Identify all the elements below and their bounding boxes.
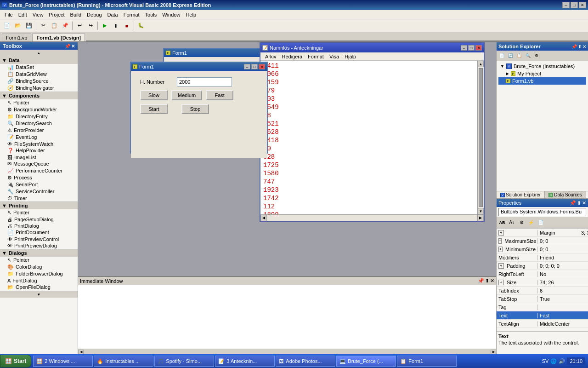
toolbox-item-bindingnavigator[interactable]: 🧭BindingNavigator (0, 85, 78, 92)
tab-solution-explorer[interactable]: V Solution Explorer (497, 191, 545, 198)
toolbox-item-bindingsource[interactable]: 🔗BindingSource (0, 78, 78, 85)
notepad-hscroll-right[interactable]: ▶ (477, 215, 484, 221)
notepad-scroll-thumb[interactable] (479, 68, 483, 207)
props-events[interactable]: ⚡ (526, 218, 536, 227)
toolbar-redo[interactable]: ↪ (85, 21, 96, 31)
toolbox-imagelist[interactable]: 🖼ImageList (0, 154, 78, 161)
toolbox-fontdialog[interactable]: AFontDialog (0, 277, 78, 284)
taskbar-item-5[interactable]: 💻 Brute_Force (... (336, 356, 396, 367)
se-btn-1[interactable]: 📄 (498, 52, 506, 60)
toolbox-printing-header[interactable]: ▼ Printing (0, 202, 78, 209)
notepad-menu-visa[interactable]: Visa (327, 53, 342, 60)
notepad-close[interactable]: ✕ (475, 45, 482, 51)
close-btn[interactable]: ✕ (579, 2, 586, 8)
notepad-scroll-down[interactable]: ▼ (478, 208, 484, 214)
se-close[interactable]: ✕ (582, 44, 586, 49)
props-property-pages[interactable]: 📄 (536, 218, 545, 227)
se-btn-3[interactable]: 📋 (515, 52, 523, 60)
menu-debug[interactable]: Debug (84, 12, 104, 18)
notepad-minimize[interactable]: – (461, 45, 467, 51)
notepad-menu-redigera[interactable]: Redigera (279, 53, 305, 60)
toolbox-errorprovider[interactable]: ⚠ErrorProvider (0, 127, 78, 134)
maximize-btn[interactable]: □ (571, 2, 578, 8)
props-alphabetical[interactable]: A↓ (507, 218, 516, 227)
running-start-btn[interactable]: Start (140, 104, 168, 114)
toolbar-pause[interactable]: ⏸ (111, 21, 121, 31)
running-stop-btn[interactable]: Stop (181, 104, 209, 114)
notepad-menu-format[interactable]: Format (305, 53, 327, 60)
toolbox-filesystemwatch[interactable]: 👁FileSystemWatch (0, 141, 78, 147)
form1-running-close[interactable]: ✕ (259, 64, 265, 69)
taskbar-item-0[interactable]: 🪟 2 Windows ... (33, 356, 93, 367)
toolbox-pointer[interactable]: ↖Pointer (0, 99, 78, 106)
toolbar-paste[interactable]: 📌 (60, 21, 70, 31)
toolbox-pin[interactable]: 📌 (65, 44, 70, 49)
immediate-content[interactable] (78, 285, 496, 349)
taskbar-item-2[interactable]: 🎵 Spotify - Simo... (154, 356, 214, 367)
toolbar-stop[interactable]: ■ (122, 21, 132, 31)
margin-expand[interactable]: + (498, 230, 504, 236)
toolbox-scroll-down[interactable]: ▼ (0, 291, 78, 298)
se-form1vb[interactable]: F Form1.vb (498, 77, 586, 85)
form1-running-maximize[interactable]: □ (251, 64, 258, 69)
toolbox-scroll-up[interactable]: ▲ (0, 50, 78, 57)
menu-tools[interactable]: Tools (142, 12, 160, 18)
toolbox-components-header[interactable]: ▼ Components (0, 92, 78, 99)
toolbox-eventlog[interactable]: 📝EventLog (0, 134, 78, 141)
toolbox-messagequeue[interactable]: ✉MessageQueue (0, 161, 78, 167)
toolbar-undo[interactable]: ↩ (74, 21, 85, 31)
start-button[interactable]: 🪟 Start (0, 355, 31, 368)
minsize-expand[interactable]: + (498, 247, 503, 252)
tab-data-sources[interactable]: D Data Sources (545, 191, 586, 198)
tab-form1-design[interactable]: Form1.vb [Design] (32, 34, 85, 41)
toolbar-debug[interactable]: 🐛 (136, 21, 146, 31)
running-fast-btn[interactable]: Fast (206, 90, 233, 100)
notepad-content[interactable]: 1411 1066 1159 579 603 1549 28 1521 1628… (260, 61, 477, 214)
menu-build[interactable]: Build (68, 12, 84, 18)
se-pin[interactable]: 📌 (571, 44, 577, 49)
immediate-hscroll-left[interactable]: ◀ (78, 350, 84, 354)
props-float[interactable]: ⬆ (577, 200, 581, 206)
props-categorized[interactable]: AB (498, 218, 507, 227)
toolbox-bgworker[interactable]: ⚙BackgroundWorker (0, 106, 78, 113)
toolbox-printdialog[interactable]: 🖨PrintDialog (0, 223, 78, 229)
size-expand[interactable]: + (498, 280, 504, 285)
se-myproject[interactable]: ▶ P My Project (498, 70, 586, 77)
props-pin[interactable]: 📌 (570, 200, 576, 206)
menu-help[interactable]: Help (183, 12, 199, 18)
taskbar-item-6[interactable]: 📋 Form1 (397, 356, 457, 367)
running-h-input[interactable] (177, 77, 232, 86)
se-btn-2[interactable]: 🔄 (506, 52, 514, 60)
menu-window[interactable]: Window (159, 12, 183, 18)
se-float[interactable]: ⬆ (578, 44, 582, 49)
menu-project[interactable]: Project (46, 12, 67, 18)
toolbar-run[interactable]: ▶ (100, 21, 110, 31)
toolbox-dlg-pointer[interactable]: ↖Pointer (0, 257, 78, 264)
form1-running-minimize[interactable]: – (244, 64, 250, 69)
props-properties[interactable]: ⚙ (517, 218, 526, 227)
minimize-btn[interactable]: – (562, 2, 570, 8)
notepad-menu-arkiv[interactable]: Arkiv (262, 53, 279, 60)
toolbox-openfiledialog[interactable]: 📂OpenFileDialog (0, 284, 78, 291)
taskbar-item-1[interactable]: 🔥 Instructables ... (94, 356, 153, 367)
toolbox-data-header[interactable]: ▼ Data (0, 57, 78, 64)
props-object-selector[interactable]: Button5 System.Windows.Forms.Bu (498, 208, 586, 216)
toolbar-cut[interactable]: ✂ (38, 21, 48, 31)
toolbox-printdocument[interactable]: 📄PrintDocument (0, 229, 78, 236)
se-btn-4[interactable]: 🔍 (524, 52, 532, 60)
menu-format[interactable]: Format (121, 12, 142, 18)
toolbar-new[interactable]: 📄 (2, 21, 12, 31)
toolbox-helpprovider[interactable]: ❓HelpProvider (0, 147, 78, 154)
toolbox-dialogs-header[interactable]: ▼ Dialogs (0, 249, 78, 257)
immediate-float[interactable]: ⬆ (485, 278, 489, 284)
toolbox-printpreviewcontrol[interactable]: 👁PrintPreviewControl (0, 236, 78, 242)
menu-edit[interactable]: Edit (16, 12, 30, 18)
menu-view[interactable]: View (30, 12, 46, 18)
notepad-scroll-up[interactable]: ▲ (478, 61, 484, 67)
toolbox-item-datagridview[interactable]: 📋DataGridView (0, 71, 78, 78)
tab-form1-vb[interactable]: Form1.vb (2, 34, 31, 41)
menu-file[interactable]: File (2, 12, 16, 18)
toolbox-serialport[interactable]: 🔌SerialPort (0, 181, 78, 188)
toolbox-dirsearch[interactable]: 🔍DirectorySearch (0, 120, 78, 127)
immediate-close[interactable]: ✕ (490, 278, 494, 284)
